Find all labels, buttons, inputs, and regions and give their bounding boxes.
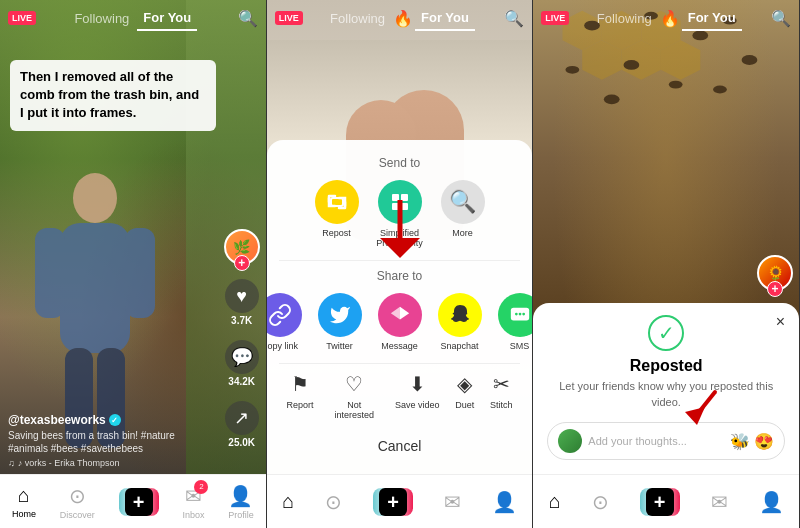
copy-link-icon	[267, 293, 302, 337]
add-button-1[interactable]	[119, 488, 159, 516]
search-icon-3[interactable]: 🔍	[771, 9, 791, 28]
follow-plus-3[interactable]: +	[767, 281, 783, 297]
share-snapchat[interactable]: Snapchat	[438, 293, 482, 351]
profile-icon-1: 👤	[228, 484, 253, 508]
discover-icon-1: ⊙	[69, 484, 86, 508]
panel-3: LIVE Following 🔥 For You 🔍 🌻 + ♥ 2.7M 💬 …	[533, 0, 800, 528]
fire-icon-3: 🔥	[660, 9, 680, 28]
nav-profile-2[interactable]: 👤	[492, 490, 517, 514]
like-button-1[interactable]: ♥ 3.7K	[225, 279, 259, 326]
snapchat-icon	[438, 293, 482, 337]
copy-link-label: Copy link	[267, 341, 298, 351]
tab-foryou-1[interactable]: For You	[137, 6, 197, 31]
live-badge-3: LIVE	[541, 11, 569, 25]
nav-add-2[interactable]	[373, 488, 413, 516]
comment-button-1[interactable]: 💬 34.2K	[225, 340, 259, 387]
top-bar-3: LIVE Following 🔥 For You 🔍	[533, 0, 799, 36]
sms-label: SMS	[510, 341, 530, 351]
svg-point-28	[566, 66, 580, 74]
add-button-2[interactable]	[373, 488, 413, 516]
share-button-1[interactable]: ↗ 25.0K	[225, 401, 259, 448]
nav-profile-1[interactable]: 👤 Profile	[228, 484, 254, 520]
tab-group-2: Following 🔥 For You	[324, 6, 475, 31]
nav-home-1[interactable]: ⌂ Home	[12, 484, 36, 519]
nav-inbox-1[interactable]: ✉ Inbox 2	[182, 484, 204, 520]
stitch-icon: ✂	[493, 372, 510, 396]
nav-inbox-3[interactable]: ✉	[711, 490, 728, 514]
tab-following-1[interactable]: Following	[68, 7, 135, 30]
share-divider-2	[279, 363, 521, 364]
discover-icon-3: ⊙	[592, 490, 609, 514]
nav-add-1[interactable]	[119, 488, 159, 516]
more-label: More	[452, 228, 473, 238]
red-arrow-3	[675, 387, 725, 427]
share-message[interactable]: Message	[378, 293, 422, 351]
cancel-button[interactable]: Cancel	[279, 430, 521, 462]
follow-plus-1[interactable]: +	[234, 255, 250, 271]
share-stitch[interactable]: ✂ Stitch	[490, 372, 513, 420]
nav-discover-1[interactable]: ⊙ Discover	[60, 484, 95, 520]
svg-point-29	[624, 60, 640, 70]
share-icon-1: ↗	[225, 401, 259, 435]
repost-description: Let your friends know why you reposted t…	[547, 379, 785, 410]
bottom-info-1: @texasbeeworks ✓ Saving bees from a tras…	[8, 413, 216, 468]
tab-following-3[interactable]: Following	[591, 7, 658, 30]
svg-marker-13	[400, 307, 409, 320]
creator-avatar-1[interactable]: 🌿 +	[224, 229, 260, 265]
nav-discover-2[interactable]: ⊙	[325, 490, 342, 514]
comment-count-1: 34.2K	[228, 376, 255, 387]
nav-add-3[interactable]	[640, 488, 680, 516]
share-not-interested[interactable]: ♡ Not interested	[329, 372, 379, 420]
search-icon-1[interactable]: 🔍	[238, 9, 258, 28]
music-note-icon: ♫	[8, 458, 15, 468]
home-icon-2: ⌂	[282, 490, 294, 513]
top-bar-1: LIVE Following For You 🔍	[0, 0, 266, 36]
share-twitter[interactable]: Twitter	[318, 293, 362, 351]
share-more[interactable]: 🔍 More	[441, 180, 485, 248]
report-label: Report	[287, 400, 314, 410]
inbox-icon-2: ✉	[444, 490, 461, 514]
modal-close-button[interactable]: ×	[776, 313, 785, 331]
share-sms[interactable]: SMS	[498, 293, 534, 351]
share-report[interactable]: ⚑ Report	[287, 372, 314, 420]
svg-point-17	[518, 313, 521, 316]
repost-icon	[315, 180, 359, 224]
like-count-1: 3.7K	[231, 315, 252, 326]
emoji-love: 😍	[754, 432, 774, 451]
username-1: @texasbeeworks ✓	[8, 413, 216, 427]
share-repost[interactable]: Repost	[315, 180, 359, 248]
tab-foryou-2[interactable]: For You	[415, 6, 475, 31]
top-bar-2: LIVE Following 🔥 For You 🔍	[267, 0, 533, 36]
comment-icon-1: 💬	[225, 340, 259, 374]
svg-rect-3	[125, 228, 155, 318]
share-bottom-row: ⚑ Report ♡ Not interested ⬇ Save video ◈…	[279, 372, 521, 420]
more-icon: 🔍	[441, 180, 485, 224]
inbox-label-1: Inbox	[182, 510, 204, 520]
panel-2: LIVE Following 🔥 For You 🔍 Send to	[267, 0, 534, 528]
nav-profile-3[interactable]: 👤	[759, 490, 784, 514]
svg-rect-1	[60, 223, 130, 353]
nav-discover-3[interactable]: ⊙	[592, 490, 609, 514]
message-icon	[378, 293, 422, 337]
nav-home-3[interactable]: ⌂	[549, 490, 561, 513]
save-video-label: Save video	[395, 400, 440, 410]
tab-foryou-3[interactable]: For You	[682, 6, 742, 31]
nav-home-2[interactable]: ⌂	[282, 490, 294, 513]
not-interested-label: Not interested	[329, 400, 379, 420]
share-copy-link[interactable]: Copy link	[267, 293, 302, 351]
sms-icon	[498, 293, 534, 337]
tab-following-2[interactable]: Following	[324, 7, 391, 30]
profile-icon-3: 👤	[759, 490, 784, 514]
thoughts-input-area[interactable]: Add your thoughts... 🐝 😍	[547, 422, 785, 460]
nav-inbox-2[interactable]: ✉	[444, 490, 461, 514]
search-icon-2[interactable]: 🔍	[504, 9, 524, 28]
home-label-1: Home	[12, 509, 36, 519]
creator-avatar-3[interactable]: 🌻 +	[757, 255, 793, 291]
share-save-video[interactable]: ⬇ Save video	[395, 372, 440, 420]
stitch-label: Stitch	[490, 400, 513, 410]
svg-point-16	[514, 313, 517, 316]
share-duet[interactable]: ◈ Duet	[455, 372, 474, 420]
caption-1: Saving bees from a trash bin! #nature #a…	[8, 429, 216, 455]
add-button-3[interactable]	[640, 488, 680, 516]
share-to-row: Copy link Twitter Messa	[279, 293, 521, 351]
